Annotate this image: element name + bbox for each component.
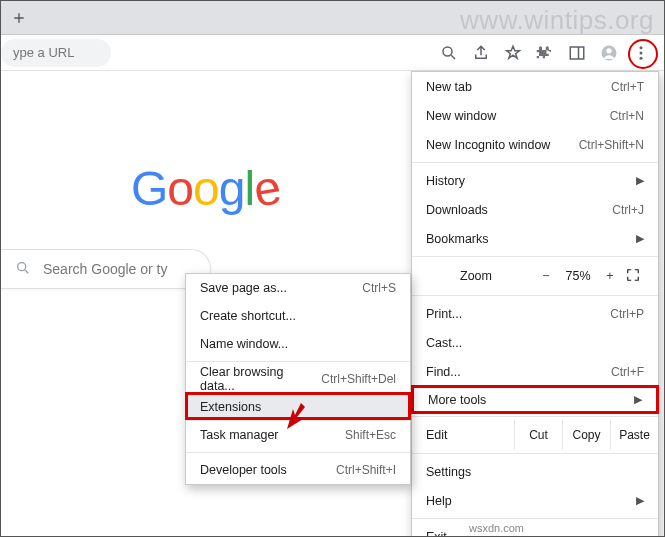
google-logo: Google [131,161,280,216]
extensions-icon[interactable] [536,44,554,62]
toolbar: ype a URL [1,35,664,71]
svg-point-7 [640,51,643,54]
submenu-task-manager[interactable]: Task managerShift+Esc [186,421,410,449]
svg-point-6 [640,46,643,49]
edit-cut-button[interactable]: Cut [514,420,562,450]
star-icon[interactable] [504,44,522,62]
menu-print[interactable]: Print...Ctrl+P [412,299,658,328]
new-tab-button[interactable] [7,6,31,30]
tab-strip [1,1,664,35]
zoom-value: 75% [558,269,598,283]
svg-line-10 [25,270,28,273]
submenu-save-page[interactable]: Save page as...Ctrl+S [186,274,410,302]
menu-help[interactable]: Help▶ [412,486,658,515]
zoom-in-button[interactable]: + [598,269,622,283]
svg-point-5 [606,48,611,53]
menu-find[interactable]: Find...Ctrl+F [412,357,658,386]
search-placeholder: Search Google or ty [43,261,168,277]
chevron-right-icon: ▶ [634,393,642,406]
svg-point-9 [18,262,26,270]
menu-new-tab[interactable]: New tabCtrl+T [412,72,658,101]
menu-exit[interactable]: Exit [412,522,658,537]
submenu-extensions[interactable]: Extensions [186,393,410,421]
edit-copy-button[interactable]: Copy [562,420,610,450]
submenu-create-shortcut[interactable]: Create shortcut... [186,302,410,330]
submenu-name-window[interactable]: Name window... [186,330,410,358]
menu-incognito[interactable]: New Incognito windowCtrl+Shift+N [412,130,658,159]
address-placeholder: ype a URL [13,45,74,60]
svg-point-0 [443,47,452,56]
google-search-box[interactable]: Search Google or ty [1,249,211,289]
chevron-right-icon: ▶ [636,232,644,245]
svg-line-1 [451,55,455,59]
profile-icon[interactable] [600,44,618,62]
menu-cast[interactable]: Cast... [412,328,658,357]
menu-downloads[interactable]: DownloadsCtrl+J [412,195,658,224]
search-icon[interactable] [440,44,458,62]
submenu-developer-tools[interactable]: Developer toolsCtrl+Shift+I [186,456,410,484]
svg-point-8 [640,56,643,59]
chevron-right-icon: ▶ [636,494,644,507]
edit-paste-button[interactable]: Paste [610,420,658,450]
fullscreen-icon[interactable] [622,268,644,285]
menu-zoom: Zoom − 75% + [412,260,658,292]
menu-more-tools[interactable]: More tools▶ [411,385,659,414]
more-tools-submenu: Save page as...Ctrl+S Create shortcut...… [185,273,411,485]
address-bar[interactable]: ype a URL [1,39,111,67]
chevron-right-icon: ▶ [636,174,644,187]
submenu-clear-data[interactable]: Clear browsing data...Ctrl+Shift+Del [186,365,410,393]
menu-edit-row: Edit Cut Copy Paste [412,420,658,450]
menu-settings[interactable]: Settings [412,457,658,486]
menu-new-window[interactable]: New windowCtrl+N [412,101,658,130]
menu-bookmarks[interactable]: Bookmarks▶ [412,224,658,253]
svg-rect-2 [570,47,584,59]
sidepanel-icon[interactable] [568,44,586,62]
share-icon[interactable] [472,44,490,62]
chrome-main-menu: New tabCtrl+T New windowCtrl+N New Incog… [411,71,659,537]
kebab-menu-icon[interactable] [632,44,650,62]
search-icon [15,260,31,279]
menu-history[interactable]: History▶ [412,166,658,195]
zoom-out-button[interactable]: − [534,269,558,283]
